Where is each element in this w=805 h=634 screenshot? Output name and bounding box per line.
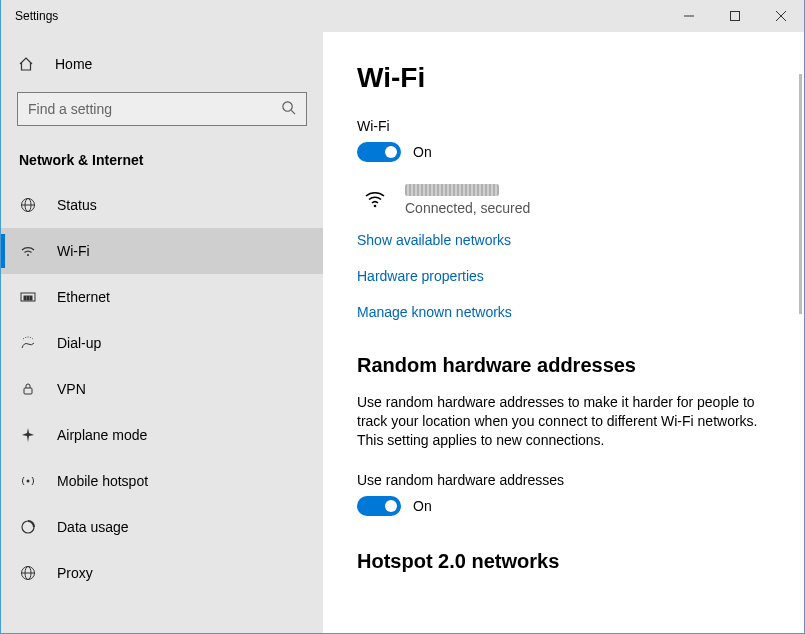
random-hw-toggle-state: On [413, 498, 432, 514]
hotspot-icon [19, 473, 37, 489]
search-icon [281, 100, 296, 118]
wifi-label: Wi-Fi [357, 118, 770, 134]
home-icon [17, 56, 35, 72]
link-hardware-properties[interactable]: Hardware properties [357, 268, 770, 284]
sidebar-item-hotspot[interactable]: Mobile hotspot [1, 458, 323, 504]
scrollbar[interactable] [799, 74, 802, 314]
link-show-networks[interactable]: Show available networks [357, 232, 770, 248]
sidebar: Home Network & Internet Status Wi-Fi [1, 32, 323, 633]
svg-line-5 [291, 110, 295, 114]
vpn-icon [19, 381, 37, 397]
sidebar-item-label: Data usage [57, 519, 129, 535]
search-input[interactable] [28, 101, 281, 117]
window-title: Settings [1, 9, 58, 23]
minimize-button[interactable] [666, 0, 712, 32]
svg-rect-1 [731, 12, 740, 21]
wifi-icon [19, 243, 37, 259]
sidebar-item-ethernet[interactable]: Ethernet [1, 274, 323, 320]
hotspot-heading: Hotspot 2.0 networks [357, 550, 770, 573]
svg-rect-12 [27, 296, 29, 300]
airplane-icon [19, 427, 37, 443]
random-hw-label: Use random hardware addresses [357, 472, 770, 488]
wifi-signal-icon [363, 184, 387, 213]
wifi-toggle-state: On [413, 144, 432, 160]
status-icon [19, 197, 37, 213]
sidebar-item-label: Airplane mode [57, 427, 147, 443]
main-pane: Wi-Fi Wi-Fi On Connected, secured Show a… [323, 32, 804, 633]
title-bar: Settings [1, 0, 804, 32]
link-manage-known-networks[interactable]: Manage known networks [357, 304, 770, 320]
sidebar-item-airplane[interactable]: Airplane mode [1, 412, 323, 458]
sidebar-item-status[interactable]: Status [1, 182, 323, 228]
current-network[interactable]: Connected, secured [357, 184, 770, 216]
page-title: Wi-Fi [357, 62, 770, 94]
sidebar-item-wifi[interactable]: Wi-Fi [1, 228, 323, 274]
sidebar-item-label: Wi-Fi [57, 243, 90, 259]
sidebar-item-label: Proxy [57, 565, 93, 581]
network-ssid-redacted [405, 184, 499, 196]
svg-point-15 [27, 480, 30, 483]
svg-point-20 [374, 205, 377, 208]
svg-rect-14 [24, 388, 32, 394]
datausage-icon [19, 519, 37, 535]
random-hw-description: Use random hardware addresses to make it… [357, 393, 770, 450]
sidebar-item-label: Status [57, 197, 97, 213]
network-status: Connected, secured [405, 200, 530, 216]
sidebar-item-label: Ethernet [57, 289, 110, 305]
ethernet-icon [19, 289, 37, 305]
svg-rect-11 [24, 296, 26, 300]
random-hw-toggle[interactable] [357, 496, 401, 516]
sidebar-item-label: VPN [57, 381, 86, 397]
svg-point-9 [27, 254, 29, 256]
sidebar-item-vpn[interactable]: VPN [1, 366, 323, 412]
close-button[interactable] [758, 0, 804, 32]
sidebar-item-label: Dial-up [57, 335, 101, 351]
home-item[interactable]: Home [1, 46, 323, 82]
svg-point-4 [283, 102, 292, 111]
sidebar-item-dialup[interactable]: Dial-up [1, 320, 323, 366]
search-box[interactable] [17, 92, 307, 126]
section-title: Network & Internet [1, 126, 323, 182]
dialup-icon [19, 335, 37, 351]
sidebar-item-label: Mobile hotspot [57, 473, 148, 489]
sidebar-item-proxy[interactable]: Proxy [1, 550, 323, 596]
random-hw-heading: Random hardware addresses [357, 354, 770, 377]
home-label: Home [55, 56, 92, 72]
proxy-icon [19, 565, 37, 581]
wifi-toggle[interactable] [357, 142, 401, 162]
sidebar-item-datausage[interactable]: Data usage [1, 504, 323, 550]
svg-rect-13 [30, 296, 32, 300]
maximize-button[interactable] [712, 0, 758, 32]
